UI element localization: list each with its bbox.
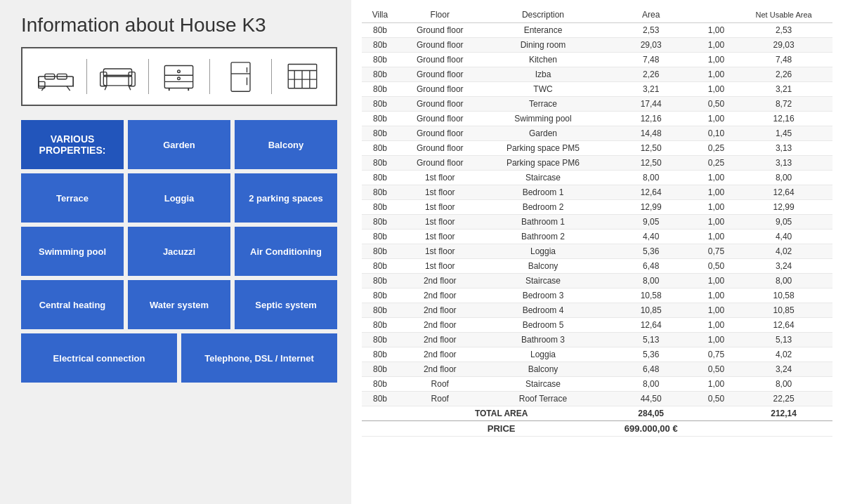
table-cell: 5,36: [604, 244, 697, 259]
table-cell: 2,53: [604, 23, 697, 38]
table-cell: Bedroom 3: [482, 289, 605, 303]
table-cell: 5,36: [604, 347, 697, 362]
table-row: 80b2nd floorBedroom 410,851,0010,85: [362, 303, 832, 318]
prop-electrical: Electrical connection: [21, 333, 177, 383]
total-net: 212,14: [735, 406, 832, 421]
table-cell: 9,05: [604, 215, 697, 230]
table-cell: 8,00: [735, 274, 832, 289]
prop-water: Water system: [128, 280, 230, 329]
table-cell: 3,24: [735, 259, 832, 274]
prop-septic: Septic system: [235, 280, 337, 329]
table-cell: Ground floor: [398, 38, 482, 53]
table-cell: Ground floor: [398, 67, 482, 82]
divider: [86, 59, 87, 94]
col-description: Description: [482, 7, 605, 23]
table-cell: 1,00: [698, 318, 735, 333]
table-cell: 0,75: [698, 347, 735, 362]
table-cell: 80b: [362, 274, 398, 289]
table-row: 80b1st floorBathroom 24,401,004,40: [362, 230, 832, 244]
table-row: 80bRoofStaircase8,001,008,00: [362, 377, 832, 392]
table-cell: 1st floor: [398, 200, 482, 215]
table-cell: Bedroom 4: [482, 303, 605, 318]
table-row: 80bGround floorParking space PM612,500,2…: [362, 156, 832, 171]
table-cell: Staircase: [482, 274, 605, 289]
table-cell: 6,48: [604, 362, 697, 377]
table-cell: 8,00: [604, 377, 697, 392]
table-cell: 1st floor: [398, 185, 482, 200]
table-cell: 80b: [362, 377, 398, 392]
table-row: 80b2nd floorBedroom 512,641,0012,64: [362, 318, 832, 333]
table-cell: 80b: [362, 362, 398, 377]
table-cell: Ground floor: [398, 126, 482, 141]
table-cell: 80b: [362, 97, 398, 112]
table-cell: 8,72: [735, 97, 832, 112]
table-row: 80b1st floorLoggia5,360,754,02: [362, 244, 832, 259]
table-cell: 12,64: [735, 318, 832, 333]
table-cell: 1,00: [698, 185, 735, 200]
divider: [148, 59, 149, 94]
table-cell: 1st floor: [398, 215, 482, 230]
table-cell: 3,24: [735, 362, 832, 377]
svg-point-18: [178, 77, 181, 79]
right-panel: Villa Floor Description Area Net Usable …: [351, 0, 843, 504]
table-cell: 1,00: [698, 67, 735, 82]
table-cell: 9,05: [735, 215, 832, 230]
table-cell: 3,13: [735, 141, 832, 156]
table-cell: 8,00: [604, 274, 697, 289]
total-cell: [362, 406, 398, 421]
svg-rect-21: [231, 62, 250, 91]
table-cell: Swimming pool: [482, 112, 605, 126]
table-cell: 2,26: [604, 67, 697, 82]
table-cell: 1,00: [698, 377, 735, 392]
table-cell: 80b: [362, 82, 398, 97]
table-cell: 0,50: [698, 97, 735, 112]
table-cell: 80b: [362, 289, 398, 303]
col-factor: [698, 7, 735, 23]
col-area: Area: [604, 7, 697, 23]
table-cell: 2nd floor: [398, 333, 482, 347]
table-cell: Bathroom 1: [482, 215, 605, 230]
window-icon: [280, 59, 325, 94]
table-row: 80bGround floorTWC3,211,003,21: [362, 82, 832, 97]
table-cell: Ground floor: [398, 53, 482, 67]
table-cell: 80b: [362, 156, 398, 171]
table-row: 80bGround floorDining room29,031,0029,03: [362, 38, 832, 53]
table-cell: 1,00: [698, 23, 735, 38]
table-row: 80bGround floorKitchen7,481,007,48: [362, 53, 832, 67]
price-label: PRICE: [398, 421, 604, 437]
table-cell: 1,00: [698, 171, 735, 185]
total-factor: [698, 406, 735, 421]
prop-pool: Swimming pool: [21, 227, 124, 276]
table-cell: 8,00: [735, 171, 832, 185]
table-row: 80b2nd floorBedroom 310,581,0010,58: [362, 289, 832, 303]
table-cell: 0,50: [698, 362, 735, 377]
table-cell: Ground floor: [398, 23, 482, 38]
table-cell: 12,16: [604, 112, 697, 126]
divider: [271, 59, 272, 94]
table-cell: Dining room: [482, 38, 605, 53]
table-cell: 10,58: [604, 289, 697, 303]
table-cell: Garden: [482, 126, 605, 141]
table-cell: 1,00: [698, 274, 735, 289]
table-row: 80bGround floorParking space PM512,500,2…: [362, 141, 832, 156]
prop-garden: Garden: [128, 120, 230, 169]
table-cell: 10,85: [735, 303, 832, 318]
table-cell: Bedroom 5: [482, 318, 605, 333]
table-header-row: Villa Floor Description Area Net Usable …: [362, 7, 832, 23]
table-cell: Bedroom 2: [482, 200, 605, 215]
table-row: 80b2nd floorBathroom 35,131,005,13: [362, 333, 832, 347]
table-cell: 4,40: [735, 230, 832, 244]
table-cell: 10,58: [735, 289, 832, 303]
table-row: 80bGround floorTerrace17,440,508,72: [362, 97, 832, 112]
table-cell: 6,48: [604, 259, 697, 274]
svg-point-17: [178, 69, 181, 72]
prop-telephone: Telephone, DSL / Internet: [181, 333, 337, 383]
table-cell: 80b: [362, 38, 398, 53]
table-cell: 12,64: [604, 185, 697, 200]
table-cell: 80b: [362, 171, 398, 185]
divider: [209, 59, 210, 94]
table-cell: 80b: [362, 215, 398, 230]
table-cell: 8,00: [735, 377, 832, 392]
table-cell: 1,00: [698, 53, 735, 67]
table-cell: 80b: [362, 67, 398, 82]
